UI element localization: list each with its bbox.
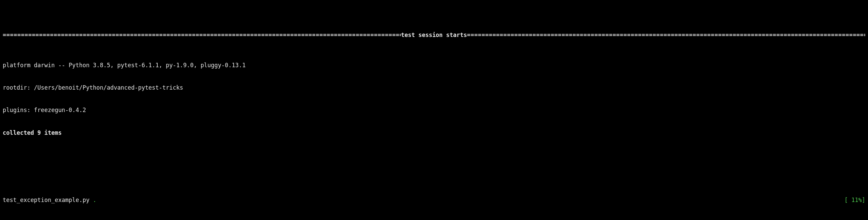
section-session-start: ========================================… [3, 31, 865, 39]
terminal-output: ========================================… [0, 0, 868, 220]
blank-line [3, 159, 865, 166]
plugins-line: plugins: freezegun-0.4.2 [3, 106, 865, 114]
progress-pct: [ 11%] [842, 196, 865, 204]
test-file-name: test_exception_example.py [3, 197, 93, 203]
rule-left: ========================================… [3, 31, 401, 39]
rootdir-line: rootdir: /Users/benoit/Python/advanced-p… [3, 84, 865, 91]
dots-pass: . [93, 197, 96, 203]
test-file-row: test_exception_example.py . [ 11%] [3, 196, 865, 204]
rule-right: ========================================… [467, 31, 865, 39]
section-title: test session starts [401, 31, 467, 39]
collected-line: collected 9 items [3, 129, 865, 136]
platform-line: platform darwin -- Python 3.8.5, pytest-… [3, 61, 865, 69]
